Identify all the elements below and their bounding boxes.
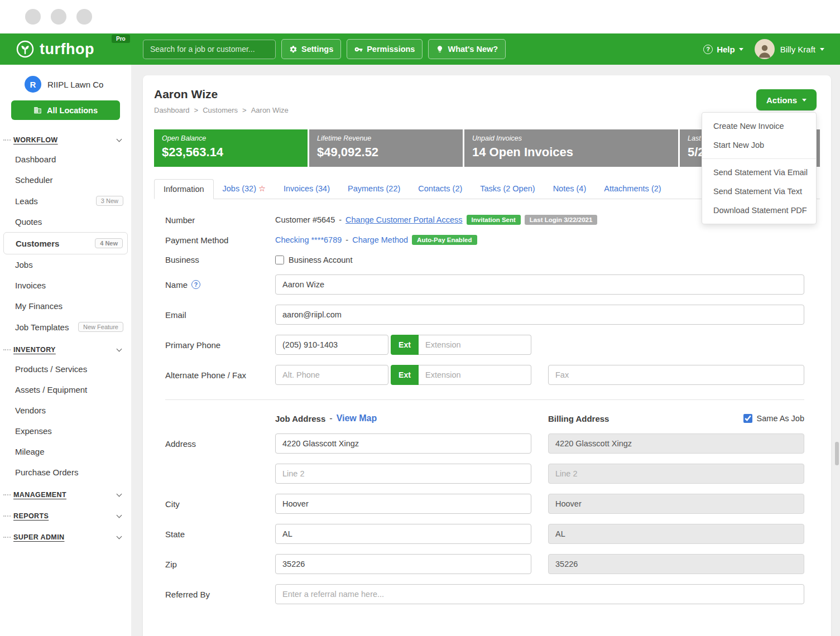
chevron-down-icon	[117, 492, 122, 497]
chevron-down-icon	[117, 534, 122, 539]
caret-down-icon	[802, 99, 807, 102]
fax-input[interactable]	[548, 365, 804, 385]
question-circle-icon[interactable]	[191, 280, 200, 289]
job-address-line2-input[interactable]	[275, 464, 531, 484]
sidebar-item-mileage[interactable]: Mileage	[0, 441, 131, 462]
charge-method-link[interactable]: Charge Method	[352, 235, 408, 244]
menu-item-create-new-invoice[interactable]: Create New Invoice	[702, 117, 816, 136]
stat-value: $49,092.52	[317, 145, 455, 160]
job-address-input[interactable]	[275, 433, 531, 454]
all-locations-button[interactable]: All Locations	[11, 100, 120, 120]
tab-invoices[interactable]: Invoices (34)	[275, 179, 339, 199]
alternate-phone-input[interactable]	[275, 365, 388, 385]
alternate-phone-extension-input[interactable]	[419, 365, 531, 385]
section-inventory-label: INVENTORY	[13, 346, 56, 354]
sidebar-item-customers[interactable]: Customers4 New	[3, 232, 128, 254]
user-menu[interactable]: Billy Kraft	[780, 45, 824, 54]
sidebar-item-label: Mileage	[15, 447, 45, 456]
dash-separator: -	[339, 215, 342, 224]
business-account-checkbox[interactable]	[275, 256, 284, 264]
job-zip-input[interactable]	[275, 554, 531, 574]
same-as-job-checkbox[interactable]	[743, 414, 752, 423]
sidebar-item-dashboard[interactable]: Dashboard	[0, 149, 131, 170]
referred-by-input[interactable]	[275, 584, 804, 604]
section-management[interactable]: MANAGEMENT	[0, 483, 131, 504]
menu-item-download-statement-pdf[interactable]: Download Statement PDF	[702, 201, 816, 220]
menu-item-start-new-job[interactable]: Start New Job	[702, 136, 816, 155]
sidebar-item-leads[interactable]: Leads3 New	[0, 190, 131, 211]
permissions-button[interactable]: Permissions	[347, 39, 423, 59]
section-dash-icon	[3, 494, 11, 495]
tab-contacts[interactable]: Contacts (2)	[409, 179, 471, 199]
whats-new-button[interactable]: What's New?	[428, 39, 506, 59]
name-row: Name	[165, 274, 820, 295]
sidebar-item-label: Expenses	[15, 426, 52, 436]
app-logo[interactable]: turfhop Pro	[16, 40, 143, 59]
settings-button[interactable]: Settings	[281, 39, 341, 59]
name-input[interactable]	[275, 274, 804, 295]
avatar[interactable]	[755, 39, 775, 59]
ext-label: Ext	[391, 365, 419, 385]
sidebar-item-scheduler[interactable]: Scheduler	[0, 170, 131, 190]
sidebar-item-expenses[interactable]: Expenses	[0, 421, 131, 441]
autopay-enabled-badge: Auto-Pay Enabled	[412, 235, 477, 245]
tab-notes[interactable]: Notes (4)	[544, 179, 596, 199]
sidebar-item-invoices[interactable]: Invoices	[0, 275, 131, 296]
breadcrumb-customers[interactable]: Customers	[203, 106, 238, 114]
section-reports[interactable]: REPORTS	[0, 504, 131, 525]
sidebar-item-quotes[interactable]: Quotes	[0, 211, 131, 232]
sidebar-item-purchase-orders[interactable]: Purchase Orders	[0, 462, 131, 483]
sidebar-item-assets-equipment[interactable]: Assets / Equipment	[0, 379, 131, 400]
checking-account-link[interactable]: Checking ****6789	[275, 235, 342, 244]
primary-phone-input[interactable]	[275, 335, 388, 355]
scrollbar-thumb[interactable]	[835, 442, 839, 465]
breadcrumb-current: Aaron Wize	[251, 106, 289, 114]
chevron-down-icon	[117, 346, 122, 352]
email-input[interactable]	[275, 305, 804, 325]
tab-tasks[interactable]: Tasks (2 Open)	[471, 179, 544, 199]
permissions-button-label: Permissions	[367, 45, 415, 54]
stat-lifetime-revenue: Lifetime Revenue $49,092.52	[309, 129, 463, 167]
whats-new-button-label: What's New?	[448, 45, 498, 54]
help-menu[interactable]: Help	[703, 45, 743, 54]
customer-number: Customer #5645	[275, 215, 335, 224]
app-logo-text: turfhop	[40, 41, 94, 58]
billing-zip-input	[548, 554, 804, 574]
section-dash-icon	[3, 349, 11, 350]
billing-address-input	[548, 433, 804, 454]
sidebar-item-my-finances[interactable]: My Finances	[0, 296, 131, 316]
section-dash-icon	[3, 139, 11, 141]
job-state-input[interactable]	[275, 524, 531, 544]
menu-item-send-statement-text[interactable]: Send Statement Via Text	[702, 182, 816, 201]
breadcrumb-dashboard[interactable]: Dashboard	[154, 106, 190, 114]
change-portal-access-link[interactable]: Change Customer Portal Access	[345, 215, 463, 224]
state-row: State	[165, 524, 820, 544]
breadcrumb-separator: >	[242, 106, 247, 114]
tab-jobs[interactable]: Jobs (32)☆	[214, 179, 275, 199]
sidebar-item-products-services[interactable]: Products / Services	[0, 359, 131, 379]
section-workflow[interactable]: WORKFLOW	[0, 128, 131, 149]
global-search-input[interactable]	[143, 40, 276, 59]
stat-value: $23,563.14	[162, 145, 300, 160]
tab-information[interactable]: Information	[154, 179, 214, 199]
sidebar-item-job-templates[interactable]: Job TemplatesNew Feature	[0, 316, 131, 338]
menu-divider	[702, 158, 816, 159]
primary-phone-extension-input[interactable]	[419, 335, 531, 355]
customer-card: Aaron Wize Dashboard > Customers > Aaron…	[143, 75, 831, 636]
view-map-link[interactable]: View Map	[337, 413, 377, 423]
job-city-input[interactable]	[275, 494, 531, 514]
email-row: Email	[165, 305, 820, 325]
sidebar-item-jobs[interactable]: Jobs	[0, 254, 131, 275]
window-dot	[51, 9, 66, 25]
section-inventory[interactable]: INVENTORY	[0, 338, 131, 359]
menu-item-send-statement-email[interactable]: Send Statement Via Email	[702, 163, 816, 182]
tab-payments[interactable]: Payments (22)	[339, 179, 409, 199]
window-dot	[25, 9, 41, 25]
actions-button[interactable]: Actions	[756, 89, 817, 110]
tab-attachments[interactable]: Attachments (2)	[595, 179, 670, 199]
email-label: Email	[165, 310, 275, 320]
section-super-admin[interactable]: SUPER ADMIN	[0, 525, 131, 546]
sidebar-item-vendors[interactable]: Vendors	[0, 400, 131, 421]
company-row: R RIIPL Lawn Co	[0, 74, 131, 98]
user-name: Billy Kraft	[780, 45, 815, 54]
